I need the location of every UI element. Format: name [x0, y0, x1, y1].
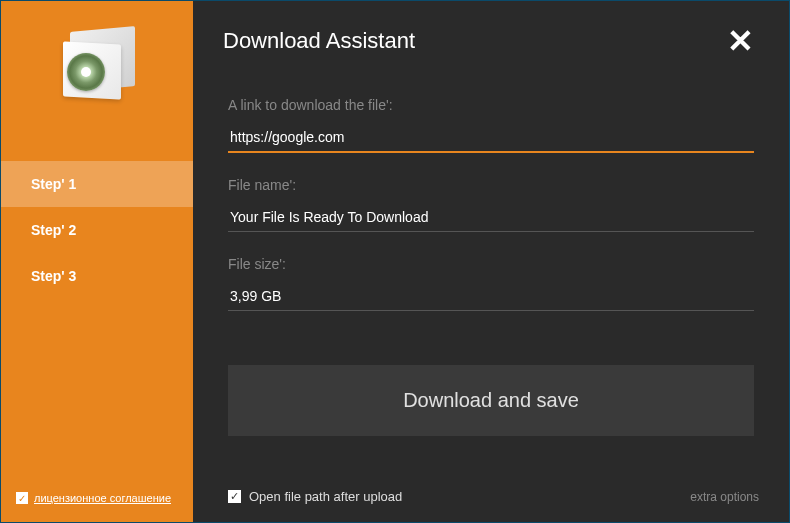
- open-path-checkbox[interactable]: ✓: [228, 490, 241, 503]
- download-save-button[interactable]: Download and save: [228, 365, 754, 436]
- steps-list: Step' 1 Step' 2 Step' 3: [1, 161, 193, 299]
- link-field: A link to download the file':: [228, 97, 754, 153]
- step-2[interactable]: Step' 2: [1, 207, 193, 253]
- license-checkbox[interactable]: ✓: [16, 492, 28, 504]
- close-icon[interactable]: ✕: [722, 25, 759, 57]
- filename-field: File name':: [228, 177, 754, 232]
- link-input[interactable]: [228, 123, 754, 153]
- installer-icon: [55, 21, 140, 106]
- link-label: A link to download the file':: [228, 97, 754, 113]
- filesize-label: File size':: [228, 256, 754, 272]
- filename-input[interactable]: [228, 203, 754, 232]
- filename-label: File name':: [228, 177, 754, 193]
- form: A link to download the file': File name'…: [193, 67, 789, 436]
- app-window: Step' 1 Step' 2 Step' 3 ✓ лицензионное с…: [0, 0, 790, 523]
- footer: ✓ Open file path after upload extra opti…: [228, 489, 759, 504]
- sidebar: Step' 1 Step' 2 Step' 3 ✓ лицензионное с…: [1, 1, 193, 522]
- step-3[interactable]: Step' 3: [1, 253, 193, 299]
- header: Download Assistant ✕: [193, 1, 789, 67]
- step-1[interactable]: Step' 1: [1, 161, 193, 207]
- page-title: Download Assistant: [223, 28, 415, 54]
- main-panel: Download Assistant ✕ A link to download …: [193, 1, 789, 522]
- open-path-group: ✓ Open file path after upload: [228, 489, 402, 504]
- license-area: ✓ лицензионное соглашение: [16, 492, 171, 504]
- extra-options-link[interactable]: extra options: [690, 490, 759, 504]
- open-path-label: Open file path after upload: [249, 489, 402, 504]
- filesize-input[interactable]: [228, 282, 754, 311]
- license-link[interactable]: лицензионное соглашение: [34, 492, 171, 504]
- filesize-field: File size':: [228, 256, 754, 311]
